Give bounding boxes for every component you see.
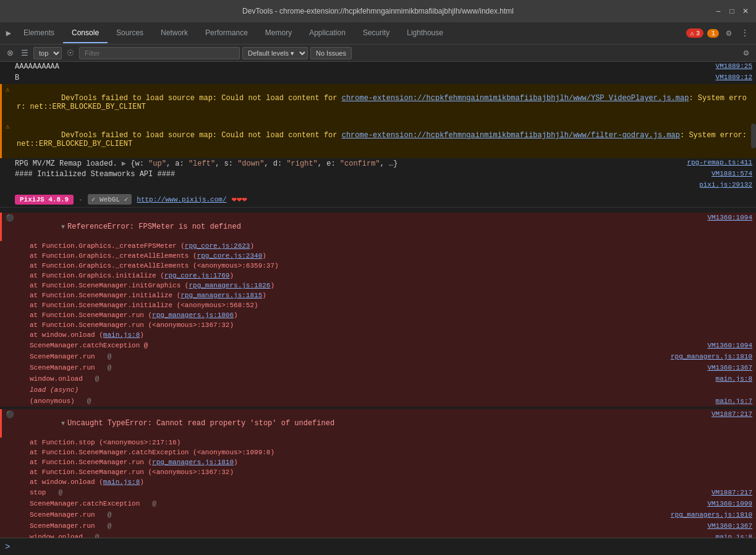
error-block-2: ⚫ ▼Uncaught TypeError: Cannot read prope… [0, 409, 756, 438]
console-output[interactable]: AAAAAAAAAA VM1889:25 B VM1889:12 ⚠ DevTo… [0, 62, 756, 555]
settings-icon[interactable]: ⚙ [723, 27, 735, 40]
stack-1-8: at Function.SceneManager.run (rpg_manage… [0, 310, 756, 320]
stack-link-2-5[interactable]: main.js:8 [103, 478, 140, 486]
call-source-1-6[interactable]: main.js:7 [716, 396, 752, 406]
stack-link-1-10[interactable]: main.js:8 [103, 331, 140, 339]
warning-icon-1: ⚠ [6, 85, 10, 93]
console-prompt-icon: > [5, 542, 10, 552]
stack-1-7: at Function.SceneManager.initialize (<an… [0, 300, 756, 310]
console-toolbar: ⊗ ☰ top ☉ Default levels ▾ No Issues ⚙ [0, 44, 756, 62]
call-line-2-1: stop @ VM1887:217 [0, 487, 756, 498]
stack-link-1-5[interactable]: rpg_managers.js:1826 [189, 282, 270, 289]
tab-network[interactable]: Network [152, 23, 197, 43]
tab-performance[interactable]: Performance [197, 23, 257, 43]
func-label-1-4: window.onload [30, 374, 83, 384]
toggle-arrow-2[interactable]: ▼ [61, 420, 65, 427]
func-label-1-2: SceneManager.run [30, 352, 95, 362]
close-button[interactable]: ✕ [741, 7, 750, 15]
pixi-url[interactable]: http://www.pixijs.com/ [137, 196, 226, 203]
tab-memory[interactable]: Memory [257, 23, 300, 43]
call-source-2-3[interactable]: rpg_managers.js:1810 [671, 510, 752, 520]
tab-console[interactable]: Console [63, 23, 108, 43]
error-icon-2: ⚫ [6, 410, 14, 418]
call-source-2-4[interactable]: VM1360:1367 [707, 521, 752, 531]
clear-console-button[interactable]: ⊗ [4, 47, 16, 59]
warning-text-1: DevTools failed to load source map: Coul… [17, 85, 752, 120]
tab-bar-right: ⚠ 3 1 ⚙ ⋮ [686, 27, 756, 40]
restore-button[interactable]: □ [728, 7, 736, 15]
log-text-1: AAAAAAAAAA [15, 62, 706, 71]
tab-security[interactable]: Security [354, 23, 398, 43]
stack-link-2-3[interactable]: rpg_managers.js:1810 [152, 459, 234, 466]
call-source-1-2[interactable]: rpg_managers.js:1810 [671, 352, 752, 362]
cursor-icon[interactable]: ▶ [2, 27, 15, 40]
log-line-2: B VM1889:12 [0, 73, 756, 84]
context-select[interactable]: top [33, 47, 62, 59]
call-source-2-2[interactable]: VM1360:1099 [707, 499, 752, 509]
console-settings-icon[interactable]: ⚙ [740, 47, 752, 59]
error-header-2: ▼Uncaught TypeError: Cannot read propert… [17, 410, 702, 436]
func-label-2-1: stop [30, 488, 46, 498]
call-source-2-1[interactable]: VM1887:217 [711, 488, 752, 498]
level-select[interactable]: Default levels ▾ [242, 47, 308, 59]
steamworks-source[interactable]: VM1881:574 [702, 170, 752, 177]
minimize-button[interactable]: – [714, 7, 723, 15]
error-source-1[interactable]: VM1360:1094 [697, 214, 752, 221]
call-line-1-6: (anonymous) @ main.js:7 [0, 396, 756, 407]
warning-line-1: ⚠ DevTools failed to load source map: Co… [0, 84, 756, 121]
error-icon-1: ⚫ [6, 214, 14, 222]
stack-link-1-1[interactable]: rpg_core.js:2623 [185, 242, 250, 250]
toggle-arrow-1[interactable]: ▼ [61, 224, 65, 231]
tab-lighthouse[interactable]: Lighthouse [398, 23, 452, 43]
more-options-icon[interactable]: ⋮ [739, 27, 751, 40]
call-line-1-4: window.onload @ main.js:8 [0, 373, 756, 384]
warning-badge[interactable]: 1 [707, 29, 719, 38]
rpg-map-source[interactable]: rpg-remap.ts:411 [677, 159, 752, 166]
error-icon: ⚠ [690, 29, 694, 37]
stack-2-3: at Function.SceneManager.run (rpg_manage… [0, 457, 756, 467]
error-block-1: ⚫ ▼ReferenceError: FPSMeter is not defin… [0, 213, 756, 241]
stack-1-3: at Function.Graphics._createAllElements … [0, 261, 756, 271]
pixi-hearts: ❤❤❤ [232, 194, 247, 205]
stack-link-1-8[interactable]: rpg_managers.js:1806 [152, 311, 234, 319]
call-source-1-3[interactable]: VM1360:1367 [707, 363, 752, 373]
func-label-1-3: SceneManager.run [30, 363, 95, 373]
func-label-1-5: load (async) [30, 385, 79, 395]
title-bar-controls: – □ ✕ [714, 7, 750, 15]
tab-bar: ▶ Elements Console Sources Network Perfo… [0, 22, 756, 44]
stack-1-1: at Function.Graphics._createFPSMeter (rp… [0, 241, 756, 251]
filter-input[interactable] [79, 47, 240, 59]
call-line-1-2: SceneManager.run @ rpg_managers.js:1810 [0, 351, 756, 362]
pixi-source[interactable]: pixi.js:29132 [689, 181, 752, 189]
warning-link-2[interactable]: chrome-extension://hcpkfehmngainmimikbma… [342, 131, 680, 140]
error-source-2[interactable]: VM1887:217 [702, 410, 752, 418]
scrollbar[interactable] [751, 124, 756, 148]
stack-1-10: at window.onload (main.js:8) [0, 330, 756, 340]
steamworks-line: #### Initialized Steamworks API #### VM1… [0, 169, 756, 180]
stack-1-6: at Function.SceneManager.initialize (rpg… [0, 290, 756, 300]
stack-link-1-6[interactable]: rpg_managers.js:1815 [181, 292, 262, 299]
filter-toggle-button[interactable]: ☰ [19, 47, 31, 59]
devtools-window: DevTools - chrome-extension://hcpkfehmng… [0, 0, 756, 555]
console-input[interactable] [15, 543, 751, 551]
tab-application[interactable]: Application [300, 23, 354, 43]
log-text-2: B [15, 74, 706, 82]
warning-link-1[interactable]: chrome-extension://hcpkfehmngainmimikbma… [342, 94, 689, 103]
warning-count: 1 [711, 30, 715, 37]
call-source-1-4[interactable]: main.js:8 [716, 374, 752, 384]
error-header-1: ▼ReferenceError: FPSMeter is not defined [17, 214, 697, 240]
rpg-map-text: RPG MV/MZ Remap loaded. ▶ {w: "up", a: "… [15, 159, 677, 168]
call-source-1-1[interactable]: VM1360:1094 [707, 341, 752, 350]
log-source-1[interactable]: VM1889:25 [706, 62, 752, 70]
title-text: DevTools - chrome-extension://hcpkfehmng… [242, 7, 514, 15]
no-issues-button[interactable]: No Issues [310, 47, 352, 59]
log-source-2[interactable]: VM1889:12 [706, 74, 752, 81]
stack-link-1-4[interactable]: rpg_core.js:1769 [164, 272, 230, 279]
eye-icon[interactable]: ☉ [64, 47, 77, 59]
stack-link-1-2[interactable]: rpg_core.js:2340 [197, 252, 263, 260]
pixi-line: PixiJS 4.8.9 - ✓ WebGL ✓ http://www.pixi… [0, 192, 756, 208]
tab-sources[interactable]: Sources [108, 23, 152, 43]
error-badge[interactable]: ⚠ 3 [686, 28, 703, 38]
tab-elements[interactable]: Elements [15, 23, 63, 43]
log-line-1: AAAAAAAAAA VM1889:25 [0, 62, 756, 73]
